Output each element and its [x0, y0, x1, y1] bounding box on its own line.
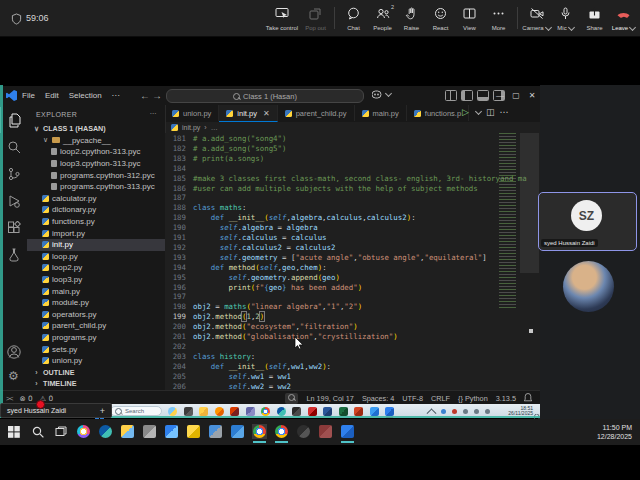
editor-scrollbar[interactable] — [520, 133, 539, 273]
tab-parent_child-py[interactable]: parent_child.py — [278, 105, 355, 121]
customize-layout-icon[interactable] — [445, 90, 457, 101]
participant-photo-avatar[interactable] — [563, 261, 614, 312]
menu-edit[interactable]: Edit — [45, 91, 59, 100]
host-taskbar-icon-edge[interactable] — [98, 424, 113, 439]
tab-init-py[interactable]: init.py✕ — [219, 105, 277, 122]
activity-explorer-icon[interactable] — [0, 107, 28, 133]
file-tree-item-sets-py[interactable]: sets.py — [27, 343, 165, 355]
participant-video-tile[interactable]: SZ syed Hussain Zaidi — [538, 192, 637, 251]
menu-selection[interactable]: Selection — [69, 91, 102, 100]
copilot-button[interactable] — [372, 90, 391, 99]
activity-extensions-icon[interactable] — [0, 215, 27, 241]
tray-battery-icon[interactable] — [485, 409, 490, 414]
status-bell-icon[interactable] — [524, 393, 532, 404]
problems-indicator[interactable]: ⊗ 0 — [20, 394, 33, 403]
tab-close-icon[interactable]: ✕ — [263, 109, 270, 118]
tab-main-py[interactable]: main.py — [355, 105, 407, 121]
indentation[interactable]: Spaces: 4 — [362, 394, 394, 403]
host-start-button[interactable] — [6, 424, 21, 439]
raise-button[interactable]: Raise — [398, 3, 425, 31]
sidebar-section-outline[interactable]: ›OUTLINE — [27, 367, 165, 379]
shared-taskbar-icon-folder[interactable] — [199, 407, 208, 416]
activity-search-icon[interactable] — [0, 134, 27, 160]
split-editor-button[interactable]: ◫ — [486, 107, 495, 117]
share-button[interactable]: Share — [581, 3, 608, 31]
nav-back-icon[interactable]: ← — [140, 90, 150, 101]
file-tree-item-import-py[interactable]: import.py — [27, 227, 165, 239]
menu-file[interactable]: File — [22, 91, 35, 100]
shared-clock[interactable]: 18:51 26/11/2025 — [497, 406, 533, 417]
file-tree-item-main-py[interactable]: main.py — [27, 285, 165, 297]
file-tree-item-calculator-py[interactable]: calculator.py — [27, 193, 165, 205]
host-taskbar-icon-photos[interactable] — [164, 424, 179, 439]
host-taskbar-icon-vscode[interactable] — [340, 424, 355, 439]
shared-taskbar-icon-vscode[interactable] — [385, 407, 394, 416]
shared-taskbar-icon-app-dark[interactable] — [292, 407, 301, 416]
camera-button[interactable]: Camera — [523, 3, 550, 31]
file-tree-item--pycache-[interactable]: ∨__pycache__ — [27, 135, 165, 147]
command-center-search[interactable]: Class 1 (Hasan) — [166, 89, 364, 103]
presenter-pill[interactable]: syed Hussain Zaidi + — [0, 403, 112, 418]
file-tree-item-functions-py[interactable]: functions.py — [27, 216, 165, 228]
tray-volume-icon[interactable] — [474, 409, 479, 414]
host-taskbar-icon-alarms[interactable] — [296, 424, 311, 439]
tray-chevron-up-icon[interactable] — [427, 408, 437, 418]
python-version[interactable]: 3.13.5 — [496, 394, 516, 403]
more-button[interactable]: More — [485, 3, 512, 31]
file-tree-item-loop3-cpython-313-pyc[interactable]: loop3.cpython-313.pyc — [27, 158, 165, 170]
file-tree-item-init-py[interactable]: init.py — [27, 239, 165, 251]
people-button[interactable]: 2People — [369, 3, 396, 31]
file-tree-item-module-py[interactable]: module.py — [27, 297, 165, 309]
remote-indicator-icon[interactable]: >< — [6, 394, 13, 403]
activity-source-control-icon[interactable] — [0, 161, 27, 187]
shared-search-box[interactable]: Search — [110, 406, 162, 416]
shared-taskbar-icon-firefox[interactable] — [215, 407, 224, 416]
mic-button[interactable]: Mic — [552, 3, 579, 31]
file-tree-item-union-py[interactable]: union.py — [27, 355, 165, 367]
maximize-button[interactable]: ▢ — [508, 86, 524, 105]
run-python-button[interactable]: ▷ — [462, 107, 469, 117]
explorer-more-button[interactable]: ⋯ — [150, 110, 157, 118]
shared-taskbar-icon-file-dark[interactable] — [184, 407, 193, 416]
eol[interactable]: CRLF — [431, 394, 450, 403]
host-taskbar-icon-paint3d[interactable] — [208, 424, 223, 439]
shared-taskbar-icon-adobe[interactable] — [308, 407, 317, 416]
activity-settings-gear-icon[interactable]: ⚙ — [0, 363, 27, 389]
shared-taskbar-icon-photos[interactable] — [370, 407, 379, 416]
language-mode[interactable]: {} Python — [458, 394, 488, 403]
host-taskbar-icon-sticky-notes[interactable] — [186, 424, 201, 439]
shared-taskbar-icon-edge[interactable] — [277, 407, 286, 416]
file-tree-item-parent-child-py[interactable]: parent_child.py — [27, 320, 165, 332]
host-taskbar-icon-pinwheel[interactable] — [76, 424, 91, 439]
host-taskbar-icon-mail[interactable] — [230, 424, 245, 439]
host-search-button[interactable] — [30, 424, 45, 439]
file-tree-item-class-1-hasan-[interactable]: ∨CLASS 1 (HASAN) — [27, 123, 165, 135]
status-search-icon[interactable] — [285, 393, 298, 404]
tray-mic-icon[interactable] — [452, 409, 457, 414]
leave-button[interactable]: Leave — [610, 3, 637, 31]
shared-taskbar-icon-teams[interactable] — [246, 407, 255, 416]
host-taskbar-icon-file-explorer[interactable] — [120, 424, 135, 439]
file-tree-item-loop3-py[interactable]: loop3.py — [27, 274, 165, 286]
code-editor[interactable]: 181# a.add_song("song4")182# a.add_song(… — [165, 133, 540, 390]
menu-more[interactable]: ⋯ — [112, 91, 120, 100]
shared-taskbar-icon-chrome[interactable] — [261, 407, 270, 416]
file-tree-item-operators-py[interactable]: operators.py — [27, 309, 165, 321]
host-taskbar-icon-chrome-profile2[interactable] — [274, 424, 289, 439]
host-clock[interactable]: 11:50 PM 12/28/2025 — [597, 423, 632, 441]
host-taskbar-icon-chrome[interactable] — [252, 424, 267, 439]
shared-taskbar-icon-powerpoint[interactable] — [354, 407, 363, 416]
file-tree-item-programs-cpython-312-pyc[interactable]: programs.cpython-312.pyc — [27, 169, 165, 181]
activity-run-debug-icon[interactable] — [0, 188, 27, 214]
tab-more-button[interactable]: ⋯ — [499, 107, 508, 117]
encoding[interactable]: UTF-8 — [402, 394, 423, 403]
tray-network-icon[interactable] — [441, 409, 446, 414]
cursor-position[interactable]: Ln 199, Col 17 — [306, 394, 353, 403]
shared-taskbar-icon-office[interactable] — [323, 407, 332, 416]
sidebar-section-timeline[interactable]: ›TIMELINE — [27, 378, 165, 390]
minimize-button[interactable]: — — [492, 86, 508, 105]
file-tree-item-loop2-cpython-313-pyc[interactable]: loop2.cpython-313.pyc — [27, 146, 165, 158]
toggle-panel-icon[interactable] — [477, 90, 489, 101]
shared-taskbar-icon-excel[interactable] — [339, 407, 348, 416]
file-tree-item-loop-py[interactable]: loop.py — [27, 251, 165, 263]
